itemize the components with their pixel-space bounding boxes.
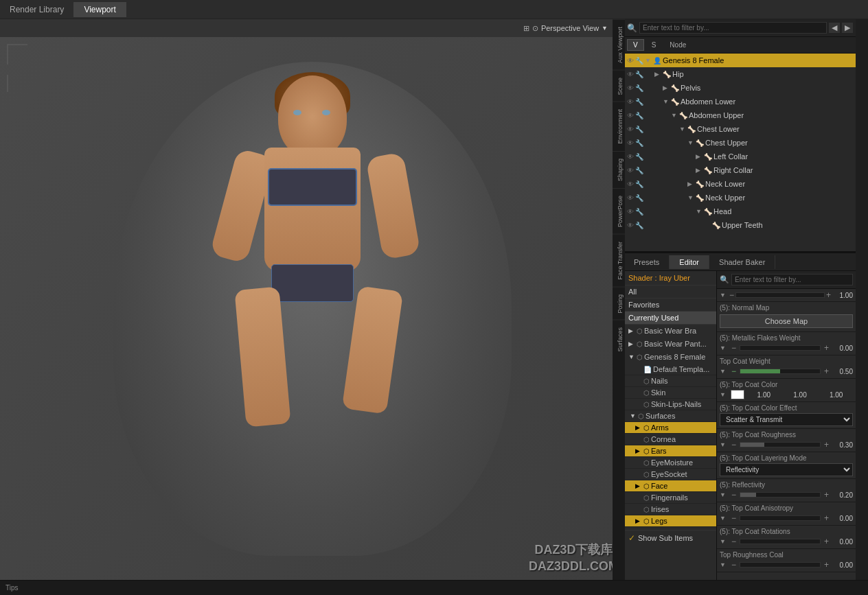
filter-all[interactable]: All xyxy=(624,285,716,299)
side-tab-shaping[interactable]: Shaping xyxy=(613,151,625,188)
prop-metallic-flakes: (5): Metallic Flakes Weight ▼ − + 0.00 xyxy=(717,332,856,355)
side-tab-posing[interactable]: Posing xyxy=(613,287,625,320)
node-tab-v[interactable]: V xyxy=(627,39,644,51)
minus-tcrot[interactable]: − xyxy=(730,537,738,546)
tree-item-genesis8female[interactable]: 👁 🔧 ▼ 👤 Genesis 8 Female xyxy=(624,54,856,67)
shader-item-cornea[interactable]: ⬡ Cornea xyxy=(624,434,716,445)
color-swatch-tcc[interactable] xyxy=(731,390,744,399)
shader-item-face[interactable]: ▶ ⬡ Face xyxy=(624,480,716,492)
scene-search-input[interactable] xyxy=(639,22,827,34)
shader-item-skin[interactable]: ⬡ Skin xyxy=(624,387,716,399)
side-tab-scene[interactable]: Scene xyxy=(613,70,625,102)
node-tab-s[interactable]: S xyxy=(646,39,663,51)
tree-item-pelvis[interactable]: 👁 🔧 ▶ 🦴 Pelvis xyxy=(624,81,856,95)
shader-item-basic-wear-bra[interactable]: ▶ ⬡ Basic Wear Bra xyxy=(624,325,716,338)
plus-tca[interactable]: + xyxy=(823,513,830,523)
shader-item-surfaces[interactable]: ▼ ⬡ Surfaces xyxy=(624,410,716,422)
tree-item-abdomen-lower[interactable]: 👁 🔧 ▼ 🦴 Abdomen Lower xyxy=(624,95,856,108)
minus-tca[interactable]: − xyxy=(730,513,738,523)
side-tab-aux-viewport[interactable]: Aux Viewport xyxy=(613,19,625,70)
plus-metallic[interactable]: + xyxy=(823,343,830,353)
prop-slider-top[interactable] xyxy=(735,292,825,298)
arr-trc[interactable]: ▼ xyxy=(720,561,728,568)
chevron-genesis[interactable]: ▼ xyxy=(645,57,652,64)
tree-item-chest-lower[interactable]: 👁 🔧 ▼ 🦴 Chest Lower xyxy=(624,122,856,136)
arr-metallic[interactable]: ▼ xyxy=(720,345,728,351)
btn-choose-map[interactable]: Choose Map xyxy=(720,314,853,328)
tab-render-library[interactable]: Render Library xyxy=(0,2,74,17)
shader-tab-editor[interactable]: Editor xyxy=(670,255,709,269)
tree-item-neck-lower[interactable]: 👁 🔧 ▶ 🦴 Neck Lower xyxy=(624,177,856,191)
perspective-view-label: Perspective View xyxy=(541,24,599,32)
chevron-hip[interactable]: ▶ xyxy=(654,71,661,78)
tree-item-right-collar[interactable]: 👁 🔧 ▶ 🦴 Right Collar xyxy=(624,163,856,177)
slider-tcw[interactable] xyxy=(740,369,821,374)
shader-item-default-template[interactable]: 📄 Default Templa... xyxy=(624,364,716,375)
viewport-icon-2[interactable]: ⊙ xyxy=(532,24,538,33)
slider-tcrot[interactable] xyxy=(740,539,821,544)
shader-item-skin-lips-nails[interactable]: ⬡ Skin-Lips-Nails xyxy=(624,399,716,410)
slider-refl[interactable] xyxy=(740,492,821,498)
tree-item-head[interactable]: 👁 🔧 ▼ 🦴 Head xyxy=(624,205,856,218)
shader-item-eyesocket[interactable]: ⬡ EyeSocket xyxy=(624,469,716,480)
shader-item-fingernails[interactable]: ⬡ Fingernails xyxy=(624,492,716,504)
node-tab-node[interactable]: Node xyxy=(663,39,692,51)
shader-item-ears[interactable]: ▶ ⬡ Ears xyxy=(624,445,716,457)
side-tab-face-transfer[interactable]: Face Transfer xyxy=(613,234,625,287)
checkbox-show-sub[interactable]: ✓ xyxy=(628,533,635,543)
tree-item-upper-teeth[interactable]: 👁 🔧 🦴 Upper Teeth xyxy=(624,218,856,232)
dropdown-tcce[interactable]: Scatter & Transmit xyxy=(720,413,853,426)
slider-tcr[interactable] xyxy=(740,442,821,447)
plus-trc[interactable]: + xyxy=(823,560,830,570)
shader-item-nails[interactable]: ⬡ Nails xyxy=(624,375,716,387)
slider-trc[interactable] xyxy=(740,562,821,568)
tree-item-hip[interactable]: 👁 🔧 ▶ 🦴 Hip xyxy=(624,67,856,81)
filter-favorites[interactable]: Favorites xyxy=(624,299,716,312)
arr-tcw[interactable]: ▼ xyxy=(720,368,728,375)
plus-tcw[interactable]: + xyxy=(823,366,830,376)
viewport-icon-1[interactable]: ⊞ xyxy=(523,24,529,33)
minus-trc[interactable]: − xyxy=(730,560,738,570)
arr-tcc[interactable]: ▼ xyxy=(720,391,728,398)
plus-refl[interactable]: + xyxy=(823,490,830,500)
arr-refl[interactable]: ▼ xyxy=(720,491,728,498)
shader-properties: 🔍 ▼ − + 1.00 xyxy=(717,271,856,580)
shader-item-legs[interactable]: ▶ ⬡ Legs xyxy=(624,515,716,527)
tree-item-abdomen-upper[interactable]: 👁 🔧 ▼ 🦴 Abdomen Upper xyxy=(624,108,856,122)
plus-tcr[interactable]: + xyxy=(823,440,830,450)
side-tab-surfaces[interactable]: Surfaces xyxy=(613,320,625,359)
tree-item-left-collar[interactable]: 👁 🔧 ▶ 🦴 Left Collar xyxy=(624,150,856,163)
shader-item-arms[interactable]: ▶ ⬡ Arms xyxy=(624,422,716,434)
perspective-arrow[interactable]: ▼ xyxy=(602,25,608,32)
shader-tab-baker[interactable]: Shader Baker xyxy=(709,255,775,269)
shader-item-genesis8[interactable]: ▼ ⬡ Genesis 8 Female xyxy=(624,351,716,364)
shader-search-input[interactable] xyxy=(731,274,853,285)
plus-tcrot[interactable]: + xyxy=(823,537,830,546)
shader-item-irises[interactable]: ⬡ Irises xyxy=(624,504,716,515)
chevron-pelvis[interactable]: ▶ xyxy=(663,84,670,91)
minus-refl[interactable]: − xyxy=(730,490,738,500)
dropdown-tclm[interactable]: Reflectivity xyxy=(720,463,853,476)
prop-plus-top[interactable]: + xyxy=(825,290,832,300)
slider-tca[interactable] xyxy=(740,515,821,521)
slider-metallic[interactable] xyxy=(740,345,821,351)
prop-arrow-top[interactable]: ▼ xyxy=(720,292,728,299)
prop-minus-top[interactable]: − xyxy=(728,290,735,300)
tree-item-chest-upper[interactable]: 👁 🔧 ▼ 🦴 Chest Upper xyxy=(624,136,856,150)
arr-tca[interactable]: ▼ xyxy=(720,515,728,522)
arr-tcr[interactable]: ▼ xyxy=(720,441,728,448)
minus-tcr[interactable]: − xyxy=(730,440,738,450)
minus-metallic[interactable]: − xyxy=(730,343,738,353)
shader-item-basic-wear-pant[interactable]: ▶ ⬡ Basic Wear Pant... xyxy=(624,338,716,351)
arr-tcrot[interactable]: ▼ xyxy=(720,538,728,545)
shader-tab-presets[interactable]: Presets xyxy=(624,255,670,269)
side-tab-powerpose[interactable]: PowerPose xyxy=(613,188,625,234)
filter-currently-used[interactable]: Currently Used xyxy=(624,312,716,325)
minus-tcw[interactable]: − xyxy=(730,366,738,376)
tree-item-neck-upper[interactable]: 👁 🔧 ▼ 🦴 Neck Upper xyxy=(624,191,856,205)
tab-viewport[interactable]: Viewport xyxy=(74,2,126,17)
shader-item-eyemoisture[interactable]: ⬡ EyeMoisture xyxy=(624,457,716,469)
side-tab-environment[interactable]: Environment xyxy=(613,102,625,151)
scene-search-next[interactable]: ▶ xyxy=(842,23,853,33)
scene-search-prev[interactable]: ◀ xyxy=(829,23,840,33)
